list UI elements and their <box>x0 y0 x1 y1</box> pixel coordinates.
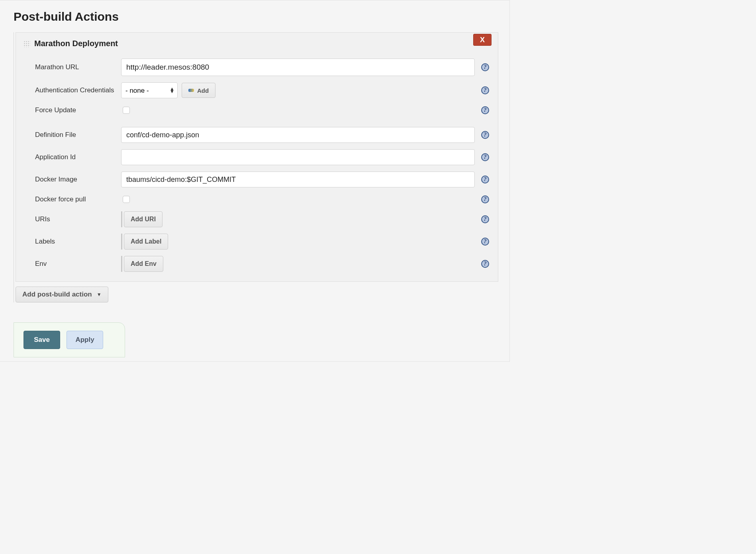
chevron-down-icon: ▼ <box>97 292 102 297</box>
add-uri-button[interactable]: Add URI <box>124 211 163 227</box>
force-update-checkbox[interactable] <box>123 107 130 114</box>
marathon-url-input[interactable] <box>121 59 475 76</box>
section-title: Post-build Actions <box>14 10 498 23</box>
label-labels: Labels <box>23 238 121 246</box>
add-credentials-label: Add <box>197 87 209 94</box>
auth-credentials-select[interactable]: - none - <box>121 82 178 98</box>
label-uris: URIs <box>23 215 121 223</box>
label-docker-image: Docker Image <box>23 176 121 183</box>
definition-file-input[interactable] <box>121 127 475 143</box>
footer-actions: Save Apply <box>14 322 125 357</box>
help-icon[interactable]: ? <box>481 86 489 94</box>
help-icon[interactable]: ? <box>481 195 489 203</box>
label-definition-file: Definition File <box>23 131 121 139</box>
help-icon[interactable]: ? <box>481 63 489 71</box>
add-credentials-button[interactable]: Add <box>182 83 215 98</box>
docker-force-pull-checkbox[interactable] <box>123 196 130 203</box>
label-marathon-url: Marathon URL <box>23 63 121 71</box>
help-icon[interactable]: ? <box>481 238 489 246</box>
add-post-build-action-label: Add post-build action <box>22 291 92 298</box>
label-application-id: Application Id <box>23 153 121 161</box>
help-icon[interactable]: ? <box>481 153 489 161</box>
add-env-button[interactable]: Add Env <box>124 256 163 272</box>
key-icon <box>188 89 194 92</box>
close-icon: X <box>480 36 485 44</box>
help-icon[interactable]: ? <box>481 176 489 183</box>
label-force-update: Force Update <box>23 106 121 114</box>
panel-title: Marathon Deployment <box>34 39 118 48</box>
label-docker-force-pull: Docker force pull <box>23 195 121 203</box>
application-id-input[interactable] <box>121 149 475 165</box>
docker-image-input[interactable] <box>121 172 475 187</box>
drag-handle-icon[interactable] <box>23 40 30 47</box>
marathon-deployment-panel: X Marathon Deployment Marathon URL ? Aut… <box>16 32 498 282</box>
add-post-build-action-button[interactable]: Add post-build action ▼ <box>16 287 108 302</box>
help-icon[interactable]: ? <box>481 215 489 223</box>
apply-button[interactable]: Apply <box>67 331 103 349</box>
help-icon[interactable]: ? <box>481 260 489 268</box>
save-button[interactable]: Save <box>24 331 60 349</box>
remove-step-button[interactable]: X <box>473 34 492 46</box>
label-env: Env <box>23 260 121 268</box>
help-icon[interactable]: ? <box>481 106 489 114</box>
label-auth-credentials: Authentication Credentials <box>23 86 121 94</box>
help-icon[interactable]: ? <box>481 131 489 139</box>
add-label-button[interactable]: Add Label <box>124 234 168 250</box>
